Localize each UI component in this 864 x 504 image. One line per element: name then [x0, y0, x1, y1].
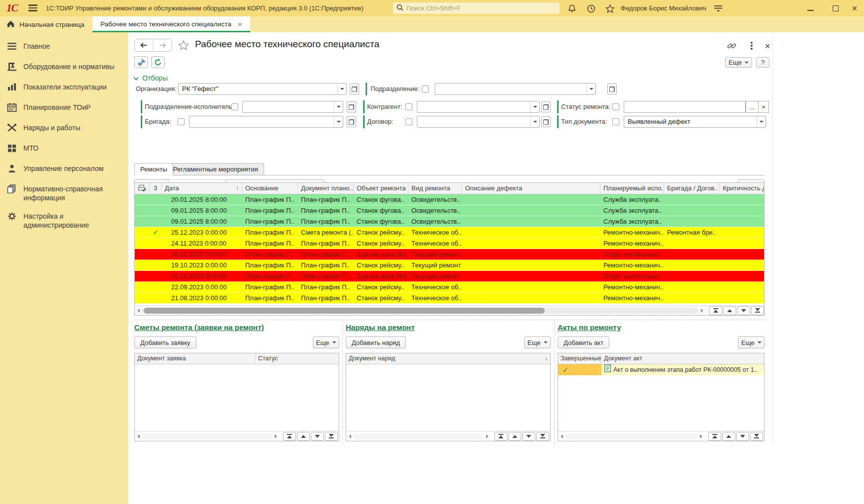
close-window-button[interactable]: ×	[846, 0, 863, 16]
dropdown-arrow-icon[interactable]	[530, 116, 539, 127]
dropdown-arrow-icon[interactable]	[337, 84, 346, 94]
table-row[interactable]: 21.08.2023 0:00:00План-график П..План-гр…	[135, 293, 764, 304]
column-header[interactable]: Вид ремонта	[408, 183, 462, 194]
table-row[interactable]: 02.10.2023 0:00:00План-график П..План-гр…	[135, 271, 764, 282]
column-header[interactable]: З	[150, 183, 162, 194]
acts-title-link[interactable]: Акты по ремонту	[558, 323, 621, 332]
contract-checkbox[interactable]	[405, 118, 412, 125]
contractor-open-button[interactable]	[541, 101, 551, 112]
go-prev-row-button[interactable]	[297, 432, 310, 441]
scroll-right-icon[interactable]	[698, 306, 705, 315]
scrollbar-track[interactable]	[142, 308, 698, 314]
main-menu-icon[interactable]	[28, 4, 37, 11]
service-menu-icon[interactable]	[712, 2, 724, 14]
table-row[interactable]: ✓25.12.2023 0:00:00План-график П..Смета …	[135, 227, 764, 238]
contract-field[interactable]	[417, 116, 540, 128]
sidebar-item[interactable]: Оборудование и нормативы	[0, 57, 128, 78]
department-open-button[interactable]	[607, 84, 617, 94]
select-column-icon[interactable]	[135, 183, 150, 194]
tab-routine-activities[interactable]: Регламентные мероприятия	[167, 163, 264, 175]
document-type-checkbox[interactable]	[612, 118, 619, 125]
scroll-right-icon[interactable]	[697, 431, 704, 441]
acts-more-button[interactable]: Еще	[738, 336, 765, 348]
pin-button[interactable]	[134, 56, 148, 68]
scrollbar-thumb[interactable]	[144, 308, 545, 314]
dropdown-arrow-icon[interactable]	[530, 101, 539, 112]
sidebar-item[interactable]: МТО	[0, 139, 128, 159]
scroll-right-icon[interactable]	[272, 431, 279, 441]
column-header[interactable]: Критичность д	[720, 183, 764, 194]
tab-repairs[interactable]: Ремонты	[134, 163, 173, 175]
column-header[interactable]: Бригада / Догов..	[664, 183, 720, 194]
contractor-checkbox[interactable]	[405, 103, 412, 110]
brigade-open-button[interactable]	[347, 116, 356, 127]
forward-button[interactable]	[153, 39, 172, 51]
estimates-scrollbar[interactable]	[135, 431, 339, 441]
go-last-row-button[interactable]	[750, 432, 763, 441]
more-menu-icon[interactable]	[746, 40, 757, 51]
add-request-button[interactable]: Добавить заявку	[134, 336, 196, 348]
go-next-row-button[interactable]	[737, 306, 750, 315]
back-button[interactable]	[135, 39, 153, 51]
notifications-bell-icon[interactable]	[566, 2, 578, 14]
help-button[interactable]: ?	[756, 57, 769, 68]
column-header[interactable]: Документ плано..	[298, 183, 354, 194]
column-header[interactable]: Описание дефекта	[462, 183, 600, 194]
go-prev-row-button[interactable]	[508, 432, 521, 441]
table-row[interactable]: 08.11.2023 0:00:00План-график П..План-гр…	[135, 249, 764, 260]
estimates-more-button[interactable]: Еще	[313, 336, 339, 348]
acts-scrollbar[interactable]	[558, 431, 764, 441]
maximize-button[interactable]	[827, 0, 844, 16]
close-form-icon[interactable]: ×	[762, 40, 773, 51]
add-order-button[interactable]: Добавить наряд	[346, 336, 406, 348]
go-next-row-button[interactable]	[522, 432, 535, 441]
refresh-button[interactable]	[151, 56, 165, 68]
go-first-row-button[interactable]	[709, 306, 722, 315]
scroll-left-icon[interactable]	[135, 306, 142, 315]
contract-open-button[interactable]	[541, 116, 551, 127]
go-next-row-button[interactable]	[311, 432, 324, 441]
add-act-button[interactable]: Добавить акт	[558, 336, 609, 348]
sidebar-item[interactable]: Показатели эксплуатации	[0, 78, 128, 98]
go-last-row-button[interactable]	[536, 432, 549, 441]
column-header[interactable]: Статус	[256, 353, 339, 364]
favorites-star-icon[interactable]	[604, 2, 616, 14]
department-checkbox[interactable]	[422, 85, 429, 92]
estimates-title-link[interactable]: Сметы ремонта (заявки на ремонт)	[134, 323, 264, 332]
executor-department-open-button[interactable]	[347, 101, 356, 112]
column-header[interactable]: Дата↑	[162, 183, 242, 194]
sidebar-item[interactable]: Главное	[0, 37, 128, 57]
repair-status-ellipsis-button[interactable]: ...	[746, 101, 759, 113]
history-icon[interactable]	[585, 2, 597, 14]
orders-title-link[interactable]: Наряды на ремонт	[346, 323, 415, 332]
favorite-star-icon[interactable]	[178, 40, 189, 53]
table-row[interactable]: 24.11.2023 0:00:00План-график П..План-гр…	[135, 238, 764, 249]
sidebar-item[interactable]: Наряды и работы	[0, 118, 128, 139]
dropdown-arrow-icon[interactable]	[334, 101, 343, 112]
brigade-checkbox[interactable]	[178, 118, 185, 125]
dropdown-arrow-icon[interactable]	[334, 116, 343, 127]
link-icon[interactable]	[726, 40, 737, 51]
go-next-row-button[interactable]	[736, 432, 749, 441]
scroll-right-icon[interactable]	[483, 431, 490, 441]
go-last-row-button[interactable]	[751, 306, 764, 315]
column-header[interactable]: Завершенные	[558, 353, 601, 364]
minimize-button[interactable]	[802, 0, 819, 16]
table-row[interactable]: ✓Акт о выполнении этапа работ РК-0000000…	[558, 364, 764, 375]
tab-close-icon[interactable]: ×	[238, 20, 242, 28]
column-header[interactable]: Основание	[242, 183, 298, 194]
brigade-field[interactable]	[189, 116, 343, 128]
sidebar-item[interactable]: Управление персоналом	[0, 159, 128, 179]
organization-field[interactable]: РК "Гефест"	[178, 83, 347, 95]
sidebar-item[interactable]: Планирование ТОиР	[0, 98, 128, 118]
table-row[interactable]: 09.01.2025 8:00:00План-график П..План-гр…	[135, 216, 764, 227]
current-user[interactable]: Федоров Борис Михайлович	[621, 4, 706, 12]
document-type-field[interactable]: Выявленный дефект	[624, 116, 766, 128]
tab-home-page[interactable]: Начальная страница	[0, 16, 93, 32]
column-header[interactable]: Документ акт	[601, 353, 764, 364]
form-more-button[interactable]: Еще	[725, 57, 752, 68]
column-header[interactable]: Планируемый испо..	[600, 183, 664, 194]
column-header[interactable]: Документ заявка	[135, 353, 256, 364]
repair-status-checkbox[interactable]	[612, 103, 619, 110]
repairs-hscrollbar[interactable]	[135, 305, 764, 315]
